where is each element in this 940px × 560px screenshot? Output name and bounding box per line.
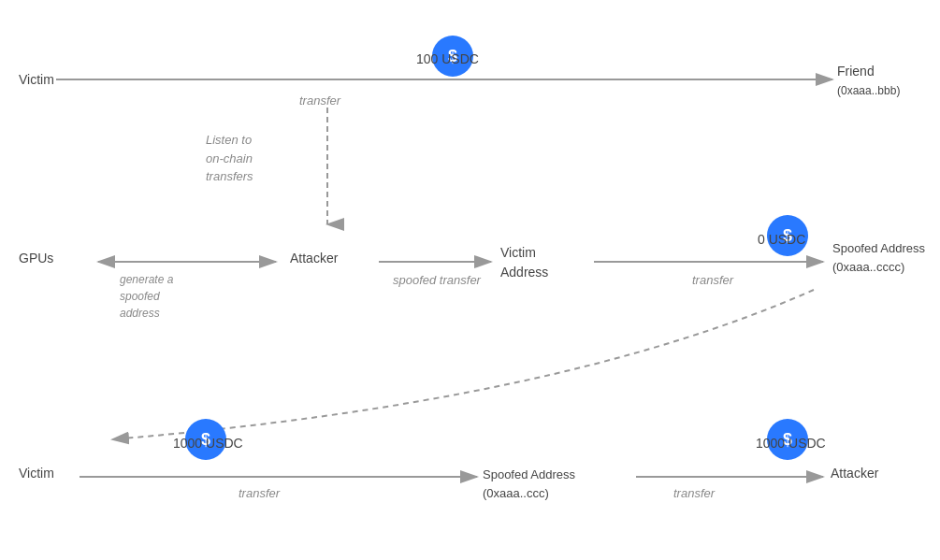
usdc-100-label: 100 USDC (416, 51, 479, 66)
victim-address-label: VictimAddress (500, 243, 548, 282)
generate-label: generate aspoofedaddress (120, 271, 173, 322)
spoofed-address-bottom-label: Spoofed Address(0xaaa..ccc) (483, 466, 575, 502)
usdc-1000-right-label: 1000 USDC (756, 436, 826, 451)
victim-top-label: Victim (19, 72, 54, 87)
attacker-label: Attacker (290, 251, 338, 266)
transfer-0usdc-label: transfer (692, 273, 733, 287)
usdc-0-label: 0 USDC (758, 232, 805, 247)
victim-bottom-label: Victim (19, 466, 54, 481)
diagram: Victim Friend(0xaaa..bbb) $ 100 USDC tra… (0, 0, 940, 560)
attacker-bottom-label: Attacker (831, 466, 878, 481)
transfer-bottom-left-label: transfer (239, 486, 280, 500)
spoofed-address-right-label: Spoofed Address(0xaaa..cccc) (832, 239, 925, 276)
friend-label: Friend(0xaaa..bbb) (837, 63, 900, 99)
usdc-1000-left-label: 1000 USDC (173, 436, 243, 451)
transfer-bottom-right-label: transfer (673, 486, 715, 500)
gpus-label: GPUs (19, 251, 53, 266)
listen-label: Listen toon-chaintransfers (206, 131, 253, 186)
spoofed-transfer-label: spoofed transfer (393, 273, 481, 287)
transfer-top-label: transfer (299, 93, 340, 108)
